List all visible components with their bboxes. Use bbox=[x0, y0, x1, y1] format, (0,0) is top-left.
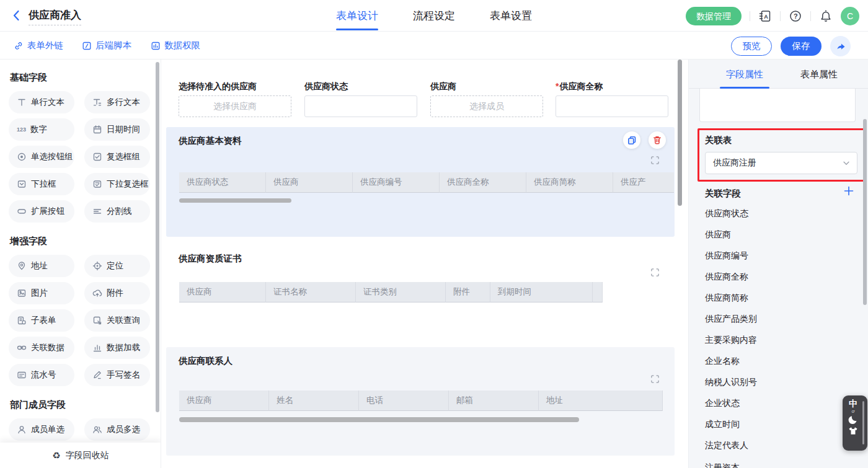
canvas-scrollbar[interactable] bbox=[678, 60, 682, 206]
bell-icon[interactable] bbox=[819, 9, 833, 23]
field-item-signature[interactable]: 手写签名 bbox=[84, 364, 150, 386]
dark-mode-moon-icon[interactable] bbox=[848, 414, 859, 425]
delete-button[interactable] bbox=[649, 131, 666, 149]
expand-icon[interactable] bbox=[650, 374, 660, 384]
related-field-item[interactable]: 供应产品类别 bbox=[705, 314, 757, 325]
form-external-link[interactable]: 表单外链 bbox=[14, 32, 63, 60]
copy-button[interactable] bbox=[623, 131, 640, 149]
back-icon[interactable] bbox=[10, 9, 24, 22]
field-item-image[interactable]: 图片 bbox=[9, 282, 74, 304]
related-field-item[interactable]: 纳税人识别号 bbox=[705, 377, 757, 388]
field-recycle-bin[interactable]: ♻ 字段回收站 bbox=[0, 443, 161, 468]
data-manage-button[interactable]: 数据管理 bbox=[686, 7, 742, 25]
field-item-extend-button[interactable]: 扩展按钮 bbox=[9, 200, 74, 223]
field-item-serial-number[interactable]: 流水号 bbox=[9, 364, 74, 386]
add-related-field-button[interactable] bbox=[843, 185, 854, 196]
divider bbox=[810, 11, 811, 21]
tab-form-design[interactable]: 表单设计 bbox=[336, 0, 378, 32]
field-item-divider[interactable]: 分割线 bbox=[84, 200, 150, 223]
field-item-datetime[interactable]: 日期时间 bbox=[84, 118, 150, 141]
panel-scrollbar[interactable] bbox=[863, 119, 867, 305]
field-item-address[interactable]: 地址 bbox=[9, 255, 74, 277]
related-field-item[interactable]: 供应商编号 bbox=[705, 250, 748, 262]
tab-flow-setting[interactable]: 流程设定 bbox=[413, 0, 455, 32]
field-item-data-load[interactable]: 数据加载 bbox=[84, 337, 150, 359]
link-label: 表单外链 bbox=[27, 40, 63, 51]
field-item-checkbox-group[interactable]: 复选框组 bbox=[84, 146, 150, 168]
section-card-supplier-certificates[interactable]: 供应商资质证书 供应商 证书名称 证书类别 附件 到期时间 bbox=[166, 245, 675, 338]
section-card-supplier-contacts[interactable]: 供应商联系人 供应商 姓名 电话 邮箱 地址 bbox=[166, 347, 675, 456]
related-field-item[interactable]: 供应商全称 bbox=[705, 272, 748, 283]
expand-icon[interactable] bbox=[650, 156, 660, 165]
related-field-item[interactable]: 主要采购内容 bbox=[705, 335, 757, 346]
theme-shirt-icon[interactable] bbox=[848, 426, 859, 437]
supplier-status-input[interactable] bbox=[304, 95, 417, 117]
save-button[interactable]: 保存 bbox=[781, 37, 822, 56]
field-label: 供应商 bbox=[430, 81, 543, 94]
field-item-radio-group[interactable]: 单选按钮组 bbox=[9, 146, 74, 168]
field-item-label: 单行文本 bbox=[31, 97, 64, 108]
field-item-label: 下拉框 bbox=[31, 179, 56, 190]
section-title: 供应商基本资料 bbox=[179, 135, 242, 147]
preview-button[interactable]: 预览 bbox=[731, 37, 772, 56]
horizontal-scrollbar[interactable] bbox=[179, 417, 579, 422]
field-item-multi-text[interactable]: 多行文本 bbox=[84, 91, 150, 113]
sidebar-scrollbar[interactable] bbox=[156, 62, 159, 412]
related-table-select[interactable]: 供应商注册 bbox=[705, 152, 857, 174]
field-item-label: 地址 bbox=[31, 260, 48, 272]
person-icon bbox=[17, 425, 27, 435]
field-item-member-single[interactable]: 成员单选 bbox=[9, 418, 74, 441]
expand-icon[interactable] bbox=[650, 268, 660, 277]
related-field-item[interactable]: 法定代表人 bbox=[705, 440, 748, 451]
subtable-supplier-basic: 供应商状态 供应商 供应商编号 供应商全称 供应商简称 供应产 bbox=[179, 172, 674, 193]
supplier-fullname-input[interactable] bbox=[556, 95, 668, 117]
field-item-number[interactable]: 123数字 bbox=[9, 118, 74, 141]
related-field-item[interactable]: 企业状态 bbox=[705, 398, 740, 409]
browser-extension-widget: 中 ơ bbox=[843, 395, 867, 451]
column-header: 供应商全称 bbox=[440, 172, 526, 193]
horizontal-scrollbar[interactable] bbox=[179, 198, 291, 203]
field-item-related-data[interactable]: 关联数据 bbox=[9, 337, 74, 359]
select-member-input[interactable]: 选择成员 bbox=[430, 95, 543, 117]
trash-icon bbox=[652, 135, 662, 145]
property-textarea[interactable] bbox=[699, 89, 856, 122]
field-item-single-text[interactable]: 单行文本 bbox=[9, 91, 74, 113]
related-field-item[interactable]: 供应商 bbox=[705, 229, 731, 241]
tab-form-setting[interactable]: 表单设置 bbox=[490, 0, 532, 32]
column-header: 供应产 bbox=[613, 172, 674, 193]
tab-field-properties[interactable]: 字段属性 bbox=[720, 60, 769, 89]
related-field-item[interactable]: 供应商状态 bbox=[705, 208, 748, 219]
field-item-attachment[interactable]: 附件 bbox=[84, 282, 150, 304]
share-button[interactable] bbox=[830, 36, 851, 56]
backend-script-link[interactable]: 后端脚本 bbox=[82, 32, 131, 60]
column-header: 供应商编号 bbox=[353, 172, 440, 193]
share-arrow-icon bbox=[835, 41, 846, 51]
field-item-subform[interactable]: 子表单 bbox=[9, 309, 74, 332]
pen-icon bbox=[92, 370, 102, 380]
related-field-item[interactable]: 供应商简称 bbox=[705, 293, 748, 304]
related-field-item[interactable]: 注册资本 bbox=[705, 462, 740, 468]
avatar[interactable]: C bbox=[841, 7, 859, 25]
svg-text:A: A bbox=[764, 13, 768, 19]
field-library-sidebar: 基础字段 单行文本 多行文本 123数字 日期时间 单选按钮组 复选框组 下拉框… bbox=[0, 60, 161, 468]
translate-toggle[interactable]: 中 bbox=[849, 399, 857, 408]
contacts-icon[interactable]: A bbox=[758, 9, 772, 23]
number-icon: 123 bbox=[17, 126, 26, 133]
column-header: 供应商 bbox=[266, 172, 353, 193]
section-card-supplier-basic-info[interactable]: 供应商基本资料 供应商状态 供应商 供应商编号 供应商全称 供应商简称 供应产 bbox=[166, 127, 675, 237]
data-permission-link[interactable]: 数据权限 bbox=[151, 32, 200, 60]
field-item-location[interactable]: 定位 bbox=[84, 255, 150, 277]
tab-form-properties[interactable]: 表单属性 bbox=[794, 60, 844, 89]
field-item-related-query[interactable]: 关联查询 bbox=[84, 309, 150, 332]
related-field-item[interactable]: 成立时间 bbox=[705, 419, 740, 430]
select-supplier-input[interactable]: 选择供应商 bbox=[179, 95, 291, 117]
subform-icon bbox=[17, 316, 27, 325]
field-item-member-multi[interactable]: 成员多选 bbox=[84, 418, 150, 441]
persons-icon bbox=[92, 425, 102, 435]
field-item-select[interactable]: 下拉框 bbox=[9, 173, 74, 195]
link-icon bbox=[14, 41, 24, 51]
field-item-multi-select[interactable]: 下拉复选框 bbox=[84, 173, 150, 195]
related-field-item[interactable]: 企业名称 bbox=[705, 356, 740, 367]
help-icon[interactable]: ? bbox=[789, 9, 802, 23]
header-actions: 数据管理 A ? C bbox=[686, 0, 859, 32]
